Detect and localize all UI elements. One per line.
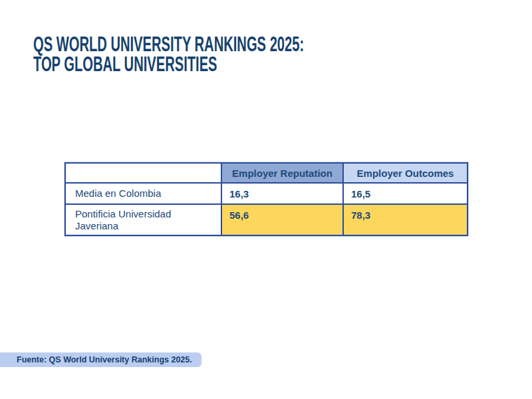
cell-javeriana-employer-reputation: 56,6: [221, 204, 343, 235]
col-header-empty: [65, 163, 221, 183]
cell-javeriana-employer-outcomes: 78,3: [343, 204, 467, 235]
rankings-table-container: Employer Reputation Employer Outcomes Me…: [65, 162, 468, 236]
row-label-media-en-colombia: Media en Colombia: [65, 183, 221, 204]
row-label-pontificia-javeriana: Pontificia Universidad Javeriana: [65, 204, 221, 235]
table-row-media-en-colombia: Media en Colombia 16,3 16,5: [65, 183, 467, 204]
rankings-table: Employer Reputation Employer Outcomes Me…: [65, 162, 468, 236]
page-title-line-2: TOP GLOBAL UNIVERSITIES: [33, 55, 304, 74]
cell-media-employer-outcomes: 16,5: [343, 183, 467, 204]
col-header-employer-reputation: Employer Reputation: [221, 163, 343, 183]
cell-media-employer-reputation: 16,3: [221, 183, 343, 204]
page-title-line-1: QS WORLD UNIVERSITY RANKINGS 2025:: [33, 35, 304, 55]
source-label: Fuente: QS World University Rankings 202…: [17, 355, 192, 364]
source-badge: Fuente: QS World University Rankings 202…: [0, 352, 201, 367]
col-header-employer-outcomes: Employer Outcomes: [343, 163, 467, 183]
page-title: QS WORLD UNIVERSITY RANKINGS 2025: TOP G…: [33, 35, 304, 74]
table-row-pontificia-javeriana: Pontificia Universidad Javeriana 56,6 78…: [65, 204, 467, 235]
table-header-row: Employer Reputation Employer Outcomes: [65, 163, 467, 183]
